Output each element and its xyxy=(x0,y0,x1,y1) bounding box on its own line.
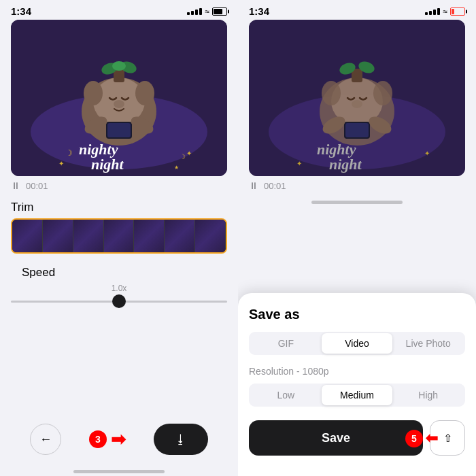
save-as-title: Save as xyxy=(249,307,465,322)
signal-icon xyxy=(187,8,202,15)
svg-text:☽: ☽ xyxy=(180,153,186,160)
save-button[interactable]: Save xyxy=(249,420,423,456)
svg-rect-12 xyxy=(107,123,131,137)
format-tab-gif[interactable]: GIF xyxy=(250,333,322,354)
trim-strip[interactable] xyxy=(11,218,227,254)
speed-value: 1.0x xyxy=(11,284,227,293)
right-battery-icon xyxy=(450,7,465,16)
download-button[interactable]: ⭳ xyxy=(154,424,208,455)
left-playback-time: 00:01 xyxy=(26,181,48,191)
svg-point-5 xyxy=(84,81,103,105)
format-tab-live-photo[interactable]: Live Photo xyxy=(392,333,464,354)
trim-frame xyxy=(12,220,43,252)
svg-rect-34 xyxy=(345,123,369,137)
format-tab-video[interactable]: Video xyxy=(322,333,393,354)
back-button[interactable]: ← xyxy=(30,424,61,455)
left-time: 1:34 xyxy=(11,5,31,17)
right-playback-time: 00:01 xyxy=(264,181,286,191)
svg-point-6 xyxy=(135,81,154,105)
step5-badge: 5 xyxy=(405,430,423,447)
right-phone: 1:34 ≈ xyxy=(238,0,476,476)
speed-label: Speed xyxy=(11,260,227,284)
right-time: 1:34 xyxy=(249,5,269,17)
left-phone: 1:34 ≈ xyxy=(0,0,238,476)
svg-point-29 xyxy=(373,81,392,105)
left-video-preview: nighty night ✦ ✦ ★ ☽ ☽ xyxy=(11,20,227,176)
svg-text:☽: ☽ xyxy=(65,148,73,158)
right-playback-bar: ⏸ 00:01 xyxy=(238,176,476,195)
left-playback-bar: ⏸ 00:01 xyxy=(0,176,238,195)
trim-frame xyxy=(195,220,226,252)
trim-frames xyxy=(12,220,226,252)
battery-icon xyxy=(212,7,227,16)
svg-text:✦: ✦ xyxy=(296,160,302,167)
trim-label: Trim xyxy=(0,195,238,218)
left-status-bar: 1:34 ≈ xyxy=(0,0,238,20)
quality-tab-medium[interactable]: Medium xyxy=(322,385,393,405)
save-as-sheet: Save as GIF Video Live Photo 4 ➡ Resolut… xyxy=(238,293,476,476)
arrow-left-step5: ➡ xyxy=(426,430,438,447)
speed-slider[interactable] xyxy=(11,294,227,308)
svg-point-4 xyxy=(114,100,124,108)
svg-point-28 xyxy=(322,81,341,105)
quality-tab-low[interactable]: Low xyxy=(250,385,322,405)
resolution-label: Resolution - 1080p xyxy=(249,366,465,377)
slider-track xyxy=(11,301,227,303)
trim-frame xyxy=(43,220,73,252)
right-status-bar: 1:34 ≈ xyxy=(238,0,476,20)
svg-text:★: ★ xyxy=(174,165,179,171)
trim-frame xyxy=(165,220,195,252)
svg-text:night: night xyxy=(91,156,124,173)
left-status-icons: ≈ xyxy=(187,7,227,16)
svg-text:✦: ✦ xyxy=(186,150,192,157)
slider-thumb[interactable] xyxy=(112,294,126,308)
svg-text:night: night xyxy=(329,156,362,173)
arrow-right-icon: ➡ xyxy=(111,429,126,450)
download-icon: ⭳ xyxy=(175,432,187,447)
share-icon: ⇧ xyxy=(443,432,452,445)
trim-frame xyxy=(73,220,104,252)
quality-tab-high[interactable]: High xyxy=(392,385,464,405)
right-pause-icon: ⏸ xyxy=(249,180,258,191)
left-bottom-toolbar: ← 3 ➡ ⭳ xyxy=(0,414,238,464)
svg-text:✦: ✦ xyxy=(58,160,64,167)
right-signal-icon xyxy=(425,8,440,15)
right-video-preview: nighty night ✦ ✦ xyxy=(249,20,465,176)
pause-icon: ⏸ xyxy=(11,180,20,191)
trim-frame xyxy=(104,220,135,252)
wifi-icon: ≈ xyxy=(205,7,209,16)
svg-text:✦: ✦ xyxy=(424,150,430,157)
svg-point-10 xyxy=(112,61,126,71)
right-wifi-icon: ≈ xyxy=(443,7,447,16)
quality-tabs: Low Medium High xyxy=(249,384,465,407)
right-status-icons: ≈ xyxy=(425,7,465,16)
svg-point-27 xyxy=(352,100,362,108)
home-indicator xyxy=(73,470,165,473)
step3-badge: 3 xyxy=(89,430,107,448)
format-tabs: GIF Video Live Photo xyxy=(249,332,465,355)
right-home-indicator xyxy=(311,201,403,204)
speed-section: Speed 1.0x xyxy=(0,254,238,308)
trim-frame xyxy=(134,220,165,252)
